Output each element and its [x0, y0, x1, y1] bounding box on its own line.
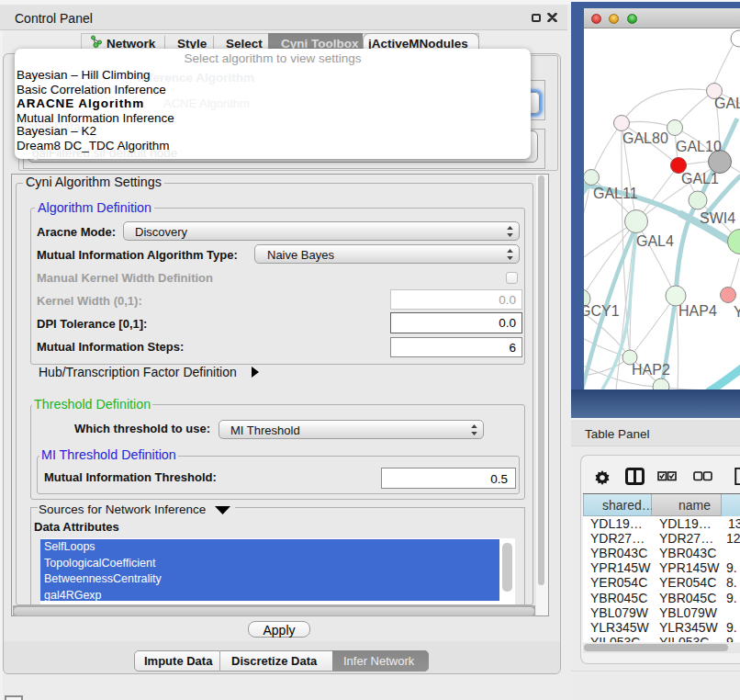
svg-text:HAP2: HAP2	[632, 362, 670, 378]
svg-text:SWI4: SWI4	[700, 210, 735, 226]
svg-text:GAL7: GAL7	[714, 96, 740, 111]
svg-text:GAL11: GAL11	[593, 186, 638, 201]
svg-text:HAP4: HAP4	[678, 303, 717, 319]
svg-text:GAL1: GAL1	[681, 171, 719, 186]
svg-text:GAL10: GAL10	[676, 139, 722, 154]
svg-text:GAL80: GAL80	[622, 130, 668, 146]
svg-text:GAL4: GAL4	[636, 233, 674, 249]
svg-text:GCY1: GCY1	[584, 303, 620, 319]
svg-text:Y: Y	[734, 304, 740, 320]
